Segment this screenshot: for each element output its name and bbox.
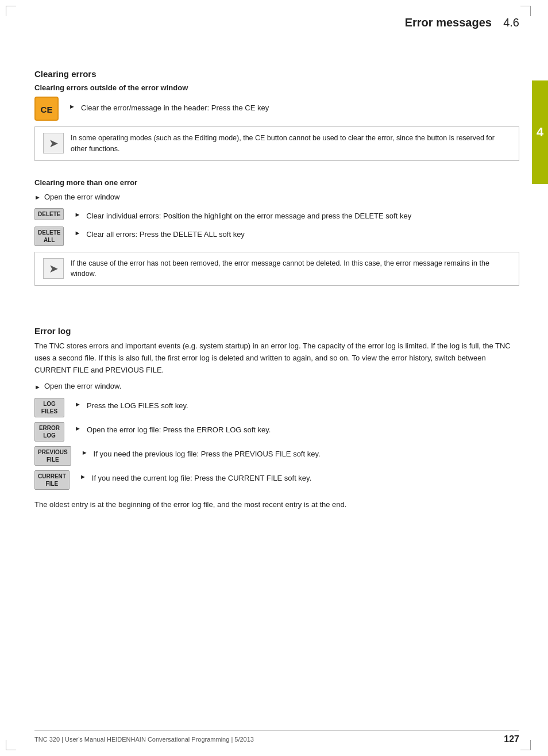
arrow-icon-9: ►	[80, 473, 86, 480]
arrow-icon-3: ►	[74, 211, 80, 218]
delete-step-text: Clear individual errors: Position the hi…	[86, 210, 411, 222]
open-error-window-step: ► Open the error window	[34, 191, 519, 203]
gap-4	[34, 494, 519, 499]
header-title: Error messages	[405, 16, 492, 29]
corner-mark-br	[520, 740, 531, 750]
chapter-number: 4	[537, 125, 543, 140]
chapter-tab: 4	[532, 80, 548, 184]
note-text-2: If the cause of the error has not been r…	[71, 258, 511, 280]
delete-soft-key: DELETE	[34, 208, 64, 220]
ce-step: ► Clear the error/message in the header:…	[69, 97, 269, 114]
open-error-window-step-2: ► Open the error window.	[34, 381, 519, 392]
main-content: Clearing errors Clearing errors outside …	[34, 57, 519, 733]
delete-all-soft-key: DELETEALL	[34, 227, 64, 246]
note-box-2: ➤ If the cause of the error has not been…	[34, 252, 519, 286]
error-log-step-text: Open the error log file: Press the ERROR…	[87, 424, 271, 436]
arrow-icon-5: ►	[34, 383, 41, 390]
arrow-icon-6: ►	[75, 401, 81, 408]
error-log-key-step-row: ERRORLOG ► Open the error log file: Pres…	[34, 422, 519, 442]
gap-2	[34, 291, 519, 303]
page-number: 127	[504, 734, 519, 745]
clearing-errors-title: Clearing errors	[34, 69, 519, 79]
open-error-step-text-2: Open the error window.	[44, 381, 519, 392]
log-files-soft-key: LOGFILES	[34, 398, 64, 417]
delete-key-step-row: DELETE ► Clear individual errors: Positi…	[34, 208, 519, 222]
current-file-step: ► If you need the current log file: Pres…	[80, 470, 311, 484]
log-files-step: ► Press the LOG FILES soft key.	[75, 398, 188, 412]
open-error-step-text: Open the error window	[44, 191, 519, 203]
ce-key-step-row: CE ► Clear the error/message in the head…	[34, 97, 519, 121]
note-text-1: In some operating modes (such as the Edi…	[71, 133, 511, 155]
page-wrapper: 4 Error messages 4.6 Clearing errors Cle…	[0, 0, 548, 756]
arrow-icon-1: ►	[69, 103, 75, 110]
ce-step-text: Clear the error/message in the header: P…	[81, 102, 269, 114]
arrow-icon-8: ►	[82, 449, 88, 456]
footer-left-text: TNC 320 | User's Manual HEIDENHAIN Conve…	[34, 736, 254, 743]
arrow-icon-7: ►	[75, 425, 81, 432]
corner-mark-tl	[6, 6, 16, 16]
previous-file-soft-key: PREVIOUSFILE	[34, 446, 71, 466]
delete-step: ► Clear individual errors: Position the …	[74, 208, 411, 222]
error-log-step: ► Open the error log file: Press the ERR…	[75, 422, 271, 436]
arrow-icon-2: ►	[34, 194, 41, 201]
note-arrow-icon-1: ➤	[43, 133, 64, 153]
gap-3	[34, 303, 519, 314]
log-files-key-step-row: LOGFILES ► Press the LOG FILES soft key.	[34, 398, 519, 417]
current-file-soft-key: CURRENTFILE	[34, 470, 70, 490]
delete-all-step: ► Clear all errors: Press the DELETE ALL…	[74, 227, 244, 240]
error-log-soft-key: ERRORLOG	[34, 422, 64, 442]
arrow-icon-4: ►	[74, 229, 80, 236]
error-log-body: The TNC stores errors and important even…	[34, 340, 519, 376]
current-file-step-text: If you need the current log file: Press …	[92, 473, 311, 484]
previous-file-step-text: If you need the previous log file: Press…	[94, 448, 321, 460]
corner-mark-tr	[520, 6, 531, 16]
delete-all-key-step-row: DELETEALL ► Clear all errors: Press the …	[34, 227, 519, 246]
subsection1-title: Clearing errors outside of the error win…	[34, 83, 519, 92]
page-header: Error messages 4.6	[405, 16, 519, 29]
header-section: 4.6	[494, 16, 519, 29]
note-arrow-icon-2: ➤	[43, 258, 64, 279]
previous-file-step: ► If you need the previous log file: Pre…	[82, 446, 321, 460]
delete-all-step-text: Clear all errors: Press the DELETE ALL s…	[86, 229, 245, 240]
gap-1	[34, 167, 519, 178]
current-file-key-step-row: CURRENTFILE ► If you need the current lo…	[34, 470, 519, 490]
corner-mark-bl	[6, 740, 16, 750]
previous-file-key-step-row: PREVIOUSFILE ► If you need the previous …	[34, 446, 519, 466]
ce-key-button: CE	[34, 97, 59, 121]
subsection2-title: Clearing more than one error	[34, 178, 519, 187]
page-footer: TNC 320 | User's Manual HEIDENHAIN Conve…	[34, 730, 519, 745]
error-log-title: Error log	[34, 326, 519, 336]
error-log-footer-note: The oldest entry is at the beginning of …	[34, 499, 519, 511]
log-files-step-text: Press the LOG FILES soft key.	[87, 400, 188, 412]
note-box-1: ➤ In some operating modes (such as the E…	[34, 126, 519, 161]
